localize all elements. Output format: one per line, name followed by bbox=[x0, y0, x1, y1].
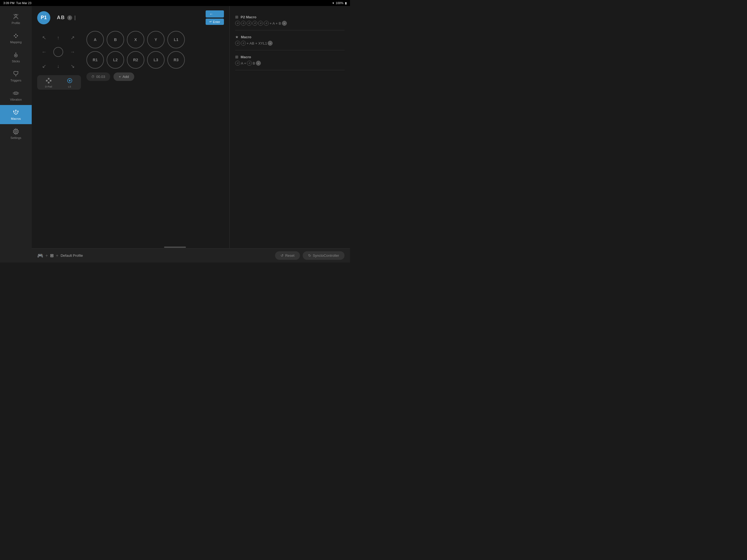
svg-point-17 bbox=[17, 111, 18, 112]
btn-X[interactable]: X bbox=[127, 31, 145, 48]
sidebar-label-triggers: Triggers bbox=[10, 79, 21, 82]
dpad-downleft[interactable]: ↙ bbox=[37, 59, 51, 73]
sidebar-item-settings[interactable]: Settings bbox=[0, 124, 32, 143]
status-left: 3:09 PM Tue Mar 23 bbox=[3, 1, 31, 5]
sidebar-item-macros[interactable]: Macros bbox=[0, 105, 32, 124]
reset-button[interactable]: ↺ Reset bbox=[275, 251, 300, 260]
dpad-center-circle bbox=[53, 47, 63, 57]
header-buttons: ← ↵ Enter bbox=[206, 10, 224, 25]
dpad-center[interactable] bbox=[51, 45, 65, 59]
sidebar-item-profile[interactable]: Profile bbox=[0, 9, 32, 28]
dpad-left[interactable]: ← bbox=[37, 45, 51, 59]
header-row: P1 AB ℹ | ← ↵ Enter bbox=[37, 10, 224, 25]
dpad-upright[interactable]: ↗ bbox=[66, 31, 79, 45]
windows-icon: ⊞ bbox=[50, 253, 54, 258]
btn-A[interactable]: A bbox=[86, 31, 104, 48]
sidebar-item-sticks[interactable]: Sticks bbox=[0, 48, 32, 67]
profile-icon bbox=[12, 13, 19, 20]
macro-item-1[interactable]: ★ Macro ↺ ↺ + AB + XYL1 ● bbox=[235, 30, 344, 50]
btn-R3[interactable]: R3 bbox=[168, 51, 185, 69]
enter-button[interactable]: ↵ Enter bbox=[206, 19, 224, 25]
sidebar-label-settings: Settings bbox=[10, 136, 21, 139]
dpad-down[interactable]: ↓ bbox=[51, 59, 65, 73]
btn-row-2: R1 L2 R2 L3 R3 bbox=[86, 51, 185, 69]
sidebar-item-mapping[interactable]: Mapping bbox=[0, 28, 32, 48]
main-content: P1 AB ℹ | ← ↵ Enter bbox=[32, 6, 350, 262]
info-icon: ℹ bbox=[67, 15, 72, 20]
macro-icon-0: ⊞ bbox=[235, 15, 238, 19]
add-icon: + bbox=[119, 75, 121, 79]
dpad-up[interactable]: ↑ bbox=[51, 31, 65, 45]
timer-value: 00.03 bbox=[96, 75, 105, 79]
left-panel: P1 AB ℹ | ← ↵ Enter bbox=[32, 6, 230, 262]
btn-B[interactable]: B bbox=[107, 31, 124, 48]
macro-title-2: Macro bbox=[241, 55, 251, 59]
reset-label: Reset bbox=[285, 253, 294, 258]
macro-item-2[interactable]: ⊞ Macro ↺ A + ↺ B ● bbox=[235, 50, 344, 70]
sidebar-item-vibration[interactable]: Vibration bbox=[0, 86, 32, 105]
btn-Y[interactable]: Y bbox=[147, 31, 164, 48]
macro-title-row-2: ⊞ Macro bbox=[235, 55, 344, 59]
macro-icon-2: ⊞ bbox=[235, 55, 238, 59]
btn-L3[interactable]: L3 bbox=[147, 51, 164, 69]
svg-point-15 bbox=[13, 111, 14, 112]
profile-label: Default Profile bbox=[61, 253, 273, 258]
btn-row-1: A B X Y L1 bbox=[86, 31, 185, 48]
pad-option-dpad[interactable]: D-Pad bbox=[45, 77, 52, 88]
pad-option-ls[interactable]: LS bbox=[66, 77, 74, 88]
sidebar-label-mapping: Mapping bbox=[10, 41, 22, 44]
status-right: ▾ 100% ▮ bbox=[333, 1, 347, 5]
player-badge: P1 bbox=[37, 11, 50, 24]
macro-item-0[interactable]: ⊞ P2 Macro ↺ ↺ ↺ ↺ ↺ ↺ + A + B ● bbox=[235, 10, 344, 30]
sync-icon: ↻ bbox=[308, 253, 311, 258]
dpad-upleft[interactable]: ↖ bbox=[37, 31, 51, 45]
buttons-grid: A B X Y L1 R1 L2 R2 L3 R3 ⏱ 0 bbox=[86, 31, 185, 81]
macro-sequence-0: ↺ ↺ ↺ ↺ ↺ ↺ + A + B ● bbox=[235, 21, 344, 26]
plus-1: + bbox=[45, 253, 48, 258]
svg-rect-21 bbox=[48, 82, 50, 83]
btn-R2[interactable]: R2 bbox=[127, 51, 145, 69]
svg-point-16 bbox=[15, 110, 17, 111]
btn-R1[interactable]: R1 bbox=[86, 51, 104, 69]
svg-rect-20 bbox=[48, 78, 50, 80]
sidebar-item-triggers[interactable]: Triggers bbox=[0, 67, 32, 86]
ls-option-icon bbox=[66, 77, 74, 84]
dpad-container: ↖ ↑ ↗ ← → ↙ ↓ ↘ bbox=[37, 31, 81, 90]
dpad-option-icon bbox=[45, 77, 52, 84]
controller-icon: 🎮 bbox=[37, 253, 43, 259]
svg-point-3 bbox=[17, 35, 18, 36]
status-bar: 3:09 PM Tue Mar 23 ▾ 100% ▮ bbox=[0, 0, 350, 6]
plus-2: + bbox=[56, 253, 58, 258]
bottom-bar-right: ↺ Reset ↻ SynctoController bbox=[275, 251, 344, 260]
macro-sequence-1: ↺ ↺ + AB + XYL1 ● bbox=[235, 41, 344, 46]
add-label: Add bbox=[123, 75, 129, 79]
sidebar-label-profile: Profile bbox=[11, 21, 20, 25]
svg-point-7 bbox=[15, 55, 17, 56]
btn-L1[interactable]: L1 bbox=[168, 31, 185, 48]
dpad-right[interactable]: → bbox=[66, 45, 79, 59]
svg-rect-22 bbox=[46, 80, 48, 81]
svg-rect-23 bbox=[50, 80, 51, 81]
battery-label: 100% bbox=[336, 1, 343, 5]
sync-button[interactable]: ↻ SynctoController bbox=[303, 251, 344, 260]
macro-icon-1: ★ bbox=[235, 35, 239, 39]
timer-button[interactable]: ⏱ 00.03 bbox=[86, 73, 110, 81]
controls-area: ↖ ↑ ↗ ← → ↙ ↓ ↘ bbox=[37, 31, 224, 90]
svg-point-2 bbox=[14, 35, 15, 36]
svg-point-19 bbox=[15, 131, 17, 133]
backspace-button[interactable]: ← bbox=[206, 10, 224, 18]
status-time: 3:09 PM bbox=[3, 1, 15, 5]
btn-L2[interactable]: L2 bbox=[107, 51, 124, 69]
header-label: AB bbox=[57, 15, 65, 21]
bottom-bar: 🎮 + ⊞ + Default Profile ↺ Reset ↻ Syncto… bbox=[32, 248, 350, 262]
dpad-downright[interactable]: ↘ bbox=[66, 59, 79, 73]
status-date: Tue Mar 23 bbox=[16, 1, 31, 5]
sync-label: SynctoController bbox=[313, 253, 339, 258]
dpad-grid: ↖ ↑ ↗ ← → ↙ ↓ ↘ bbox=[37, 31, 81, 73]
sidebar-label-sticks: Sticks bbox=[12, 59, 20, 63]
svg-point-25 bbox=[69, 80, 71, 81]
svg-point-4 bbox=[15, 34, 17, 35]
add-button[interactable]: + Add bbox=[113, 73, 134, 81]
triggers-icon bbox=[12, 71, 19, 78]
settings-icon bbox=[12, 128, 19, 135]
